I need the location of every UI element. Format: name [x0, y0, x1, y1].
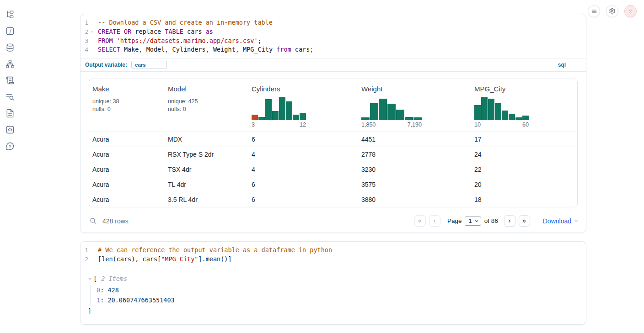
tree-entry-key: 0: [97, 286, 100, 294]
close-button[interactable]: [624, 5, 637, 17]
code-line[interactable]: # We can reference the output variable a…: [98, 246, 332, 255]
python-code-editor[interactable]: 12 # We can reference the output variabl…: [80, 242, 586, 268]
fold-chevron-icon[interactable]: [90, 30, 94, 34]
documentation-icon[interactable]: [5, 109, 15, 118]
menu-icon: [591, 8, 597, 15]
histogram-max-label: 7,190: [408, 122, 422, 128]
column-header-cylinders[interactable]: Cylinders312: [248, 85, 358, 128]
column-histogram: 1060: [474, 96, 577, 128]
histogram-bar: [474, 105, 481, 120]
histogram-bar: [300, 113, 306, 120]
code-line[interactable]: -- Download a CSV and create an in-memor…: [98, 18, 313, 27]
line-number-gutter: 1234: [80, 18, 94, 54]
table-cell: Acura: [89, 151, 165, 158]
svg-text:f: f: [10, 28, 12, 34]
data-sources-icon[interactable]: [5, 43, 15, 52]
search-icon[interactable]: [89, 217, 97, 225]
scratchpad-icon[interactable]: [5, 76, 15, 85]
chevron-down-icon: [474, 219, 479, 223]
column-header-model[interactable]: Modelunique: 425nulls: 0: [165, 85, 248, 128]
table-cell: 6: [248, 196, 358, 203]
page-total-label: of 86: [484, 217, 498, 224]
tree-entry-value: : 20.060747663551403: [100, 296, 175, 304]
sql-code-editor[interactable]: 1234 -- Download a CSV and create an in-…: [80, 14, 586, 58]
first-page-button[interactable]: [414, 215, 426, 227]
column-stats: unique: 425nulls: 0: [168, 98, 248, 113]
column-histogram: 312: [252, 96, 358, 128]
table-body: AcuraMDX6445117AcuraRSX Type S 2dr427782…: [89, 132, 577, 207]
row-count: 428 rows: [102, 217, 129, 225]
settings-button[interactable]: [606, 5, 618, 17]
help-chat-icon[interactable]: ?: [5, 142, 15, 151]
snippets-icon[interactable]: [5, 125, 15, 134]
tree-entry: 1: 20.060747663551403: [97, 295, 579, 306]
code-token: ].mean()]: [198, 255, 231, 263]
dependency-graph-icon[interactable]: [5, 59, 15, 69]
histogram-bar: [495, 103, 501, 120]
table-cell: 24: [471, 151, 577, 158]
notebook-area: 1234 -- Download a CSV and create an in-…: [80, 14, 586, 325]
column-header-mpg_city[interactable]: MPG_City1060: [471, 85, 577, 128]
last-page-button[interactable]: [519, 215, 530, 227]
histogram-bar: [387, 104, 396, 120]
pagination: Page 1 of 86 Download: [414, 215, 579, 227]
table-row: AcuraTL 4dr6357520: [89, 177, 577, 192]
code-token: replace: [131, 28, 165, 35]
logs-icon[interactable]: [5, 92, 15, 101]
tree-body: 0: 4281: 20.060747663551403: [90, 285, 579, 306]
column-histogram: 1,8507,190: [361, 96, 471, 128]
histogram-bar: [405, 117, 413, 120]
page-select[interactable]: 1: [465, 217, 481, 226]
table-cell: 4: [248, 166, 358, 173]
code-token: [113, 37, 117, 44]
histogram-bar: [265, 99, 272, 120]
code-area[interactable]: -- Download a CSV and create an in-memor…: [94, 18, 313, 54]
histogram-bar: [522, 116, 529, 120]
code-line[interactable]: [len(cars), cars["MPG_City"].mean()]: [98, 255, 332, 264]
table-cell: 6: [248, 181, 358, 188]
code-token: cars;: [291, 46, 314, 53]
histogram-bar: [370, 103, 378, 120]
page-label: Page: [447, 217, 462, 224]
table-cell: 6: [248, 136, 358, 143]
prev-page-button[interactable]: [429, 215, 440, 227]
column-header-make[interactable]: Makeunique: 38nulls: 0: [89, 85, 165, 128]
items-count-label: 2 Items: [101, 275, 127, 282]
variables-icon[interactable]: f: [5, 26, 15, 36]
code-line[interactable]: SELECT Make, Model, Cylinders, Weight, M…: [98, 45, 313, 54]
output-variable-input[interactable]: [131, 61, 167, 69]
line-number: 4: [80, 45, 94, 54]
settings-icon: [609, 8, 616, 15]
code-token: cars: [183, 28, 206, 35]
code-token: # We can reference the output variable a…: [98, 246, 332, 254]
table-cell: Acura: [89, 136, 165, 143]
code-token: from: [276, 46, 291, 53]
code-area[interactable]: # We can reference the output variable a…: [94, 246, 332, 264]
code-token: [len(cars), cars[: [98, 255, 161, 263]
column-name: Weight: [361, 85, 471, 93]
page-select-value: 1: [468, 217, 472, 224]
file-explorer-icon[interactable]: [5, 10, 15, 19]
download-button[interactable]: Download: [543, 217, 579, 225]
histogram-bar: [413, 117, 422, 120]
table-row: AcuraRSX Type S 2dr4277824: [89, 147, 577, 162]
table-cell: 3230: [358, 166, 471, 173]
histogram-bar: [252, 115, 258, 120]
column-stat-line: nulls: 0: [92, 106, 165, 113]
table-cell: Acura: [89, 196, 165, 203]
menu-button[interactable]: [588, 5, 600, 17]
code-token: as: [206, 28, 213, 35]
collapse-chevron-icon[interactable]: [88, 277, 93, 281]
sql-output-area: Makeunique: 38nulls: 0Modelunique: 425nu…: [80, 71, 586, 210]
line-number: 1: [80, 18, 94, 27]
table-cell: TSX 4dr: [165, 166, 248, 173]
code-line[interactable]: CREATE OR replace TABLE cars as: [98, 27, 313, 37]
column-header-weight[interactable]: Weight1,8507,190: [358, 85, 471, 128]
table-cell: RSX Type S 2dr: [165, 151, 248, 158]
histogram-axis: 312: [252, 122, 306, 128]
table-footer: 428 rows Page 1 of 86: [80, 210, 586, 233]
code-line[interactable]: FROM 'https://datasets.marimo.app/cars.c…: [98, 37, 313, 46]
next-page-button[interactable]: [504, 215, 515, 227]
column-name: Cylinders: [252, 85, 358, 93]
tree-root-row: [ 2 Items: [88, 274, 579, 284]
